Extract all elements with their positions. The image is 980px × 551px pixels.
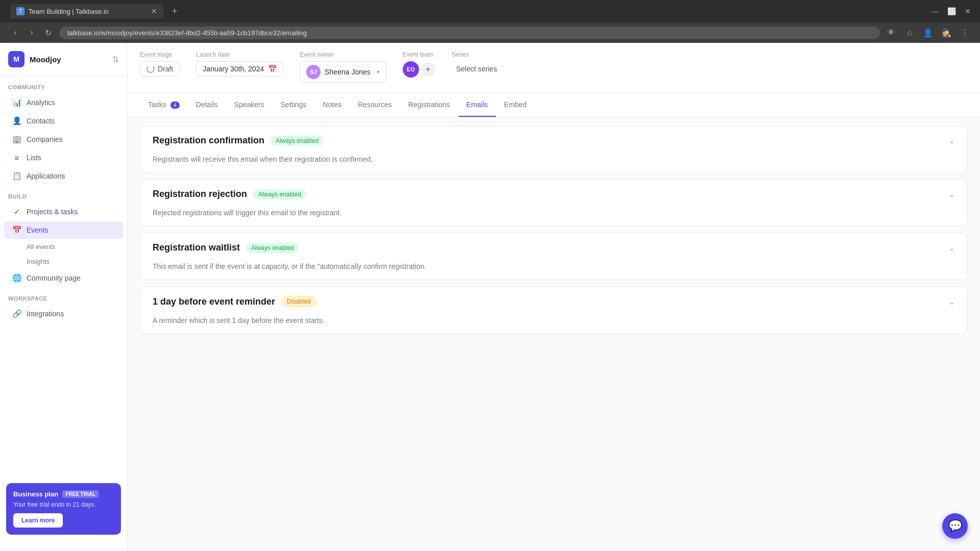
event-owner-value[interactable]: SJ Sheena Jones ▾ — [300, 61, 386, 83]
sidebar-item-contacts[interactable]: 👤 Contacts — [4, 112, 123, 130]
menu-icon[interactable]: ⋮ — [958, 26, 972, 40]
event-stage-label: Event stage — [140, 51, 180, 58]
org-name: Moodjoy — [30, 55, 61, 64]
event-owner-group: Event owner SJ Sheena Jones ▾ — [300, 51, 386, 83]
sidebar-item-projects[interactable]: ✓ Projects & tasks — [4, 203, 123, 220]
sidebar: M Moodjoy ⇅ COMMUNITY 📊 Analytics 👤 Cont… — [0, 43, 128, 551]
tab-notes[interactable]: Notes — [314, 93, 350, 117]
tab-tasks[interactable]: Tasks 4 — [140, 93, 188, 117]
business-plan-banner: Business plan FREE TRIAL Your free trial… — [6, 483, 121, 535]
add-team-member-button[interactable]: + — [421, 62, 435, 77]
series-label: Series — [452, 51, 502, 58]
email-section-1day-reminder: 1 day before event reminder Disabled ⌄ A… — [140, 286, 968, 334]
analytics-icon: 📊 — [12, 98, 21, 107]
insights-label: Insights — [27, 258, 50, 265]
tab-title: Team Building | Talkbase.io — [29, 8, 147, 15]
tab-details[interactable]: Details — [188, 93, 226, 117]
email-title-waitlist: Registration waitlist — [153, 242, 240, 253]
chevron-down-icon-reminder: ⌄ — [948, 297, 955, 307]
launch-date-group: Launch date January 30th, 2024 📅 — [196, 51, 283, 77]
sidebar-item-analytics[interactable]: 📊 Analytics — [4, 94, 123, 111]
sidebar-item-label-events: Events — [27, 226, 48, 234]
browser-chrome: T Team Building | Talkbase.io ✕ + — ⬜ ✕ — [0, 0, 980, 22]
community-section-label: COMMUNITY — [0, 76, 127, 93]
email-desc-confirmation: Registrants will receive this email when… — [140, 155, 967, 172]
maximize-button[interactable]: ⬜ — [945, 5, 958, 17]
draft-spinner-icon — [146, 65, 155, 73]
select-series-button[interactable]: Select series — [452, 61, 502, 77]
sidebar-item-integrations[interactable]: 🔗 Integrations — [4, 305, 123, 322]
stage-text: Draft — [158, 65, 173, 73]
tab-embed[interactable]: Embed — [496, 93, 535, 117]
address-bar: ‹ › ↻ 👁 ☆ 👤 🕵 ⋮ — [0, 22, 980, 43]
tab-resources[interactable]: Resources — [350, 93, 400, 117]
email-list: Registration confirmation Always enabled… — [128, 117, 980, 551]
email-title-confirmation: Registration confirmation — [153, 135, 264, 146]
event-team-label: Event team — [403, 51, 435, 58]
forward-button[interactable]: › — [24, 26, 39, 40]
back-button[interactable]: ‹ — [8, 26, 22, 40]
sidebar-sub-all-events[interactable]: All events — [4, 240, 123, 254]
email-title-row-rejection: Registration rejection Always enabled — [153, 189, 306, 199]
sidebar-item-label-companies: Companies — [27, 135, 63, 143]
date-text: January 30th, 2024 — [203, 65, 264, 73]
email-title-row-reminder: 1 day before event reminder Disabled — [153, 296, 316, 307]
companies-icon: 🏢 — [12, 135, 21, 144]
sidebar-item-lists[interactable]: ≡ Lists — [4, 149, 123, 166]
email-badge-waitlist: Always enabled — [246, 243, 299, 253]
sidebar-item-companies[interactable]: 🏢 Companies — [4, 131, 123, 148]
owner-avatar: SJ — [306, 65, 321, 79]
tab-speakers[interactable]: Speakers — [226, 93, 273, 117]
sidebar-item-community-page[interactable]: 🌐 Community page — [4, 269, 123, 287]
event-stage-value[interactable]: Draft — [140, 61, 180, 77]
email-section-registration-waitlist: Registration waitlist Always enabled ⌄ T… — [140, 233, 968, 280]
integrations-icon: 🔗 — [12, 309, 21, 318]
email-desc-waitlist: This email is sent if the event is at ca… — [140, 262, 967, 280]
launch-date-value[interactable]: January 30th, 2024 📅 — [196, 61, 283, 77]
banner-learn-more-button[interactable]: Learn more — [13, 513, 63, 528]
sidebar-header: M Moodjoy ⇅ — [0, 43, 127, 76]
event-meta: Event stage Draft Launch date January 30… — [140, 51, 968, 83]
banner-header: Business plan FREE TRIAL — [13, 490, 114, 498]
chevron-down-icon-waitlist: ⌄ — [948, 243, 955, 253]
tab-settings[interactable]: Settings — [273, 93, 315, 117]
email-badge-reminder: Disabled — [281, 296, 316, 307]
email-section-header-reminder[interactable]: 1 day before event reminder Disabled ⌄ — [140, 287, 967, 316]
email-section-header-rejection[interactable]: Registration rejection Always enabled ⌄ — [140, 180, 967, 209]
tasks-badge: 4 — [170, 102, 180, 109]
email-title-row-waitlist: Registration waitlist Always enabled — [153, 242, 299, 253]
close-button[interactable]: ✕ — [962, 5, 974, 17]
banner-trial-badge: FREE TRIAL — [62, 490, 99, 498]
chat-button[interactable]: 💬 — [942, 513, 968, 539]
active-tab[interactable]: T Team Building | Talkbase.io ✕ — [10, 4, 163, 18]
workspace-section-label: WORKSPACE — [0, 287, 127, 305]
profile-icon[interactable]: 👤 — [921, 26, 935, 40]
visibility-icon: 👁 — [884, 26, 898, 40]
reload-button[interactable]: ↻ — [41, 26, 55, 40]
projects-icon: ✓ — [12, 207, 21, 216]
bookmark-icon[interactable]: ☆ — [902, 26, 917, 40]
email-section-registration-rejection: Registration rejection Always enabled ⌄ … — [140, 179, 968, 227]
sidebar-item-events[interactable]: 📅 Events — [4, 221, 123, 239]
tab-emails[interactable]: Emails — [458, 93, 496, 117]
owner-chevron-icon: ▾ — [377, 68, 380, 76]
owner-name: Sheena Jones — [325, 68, 371, 76]
sidebar-item-label-analytics: Analytics — [27, 98, 55, 107]
sidebar-item-applications[interactable]: 📋 Applications — [4, 167, 123, 185]
expand-icon[interactable]: ⇅ — [112, 55, 119, 64]
event-team-group: Event team EO + — [403, 51, 435, 78]
url-bar[interactable] — [59, 27, 880, 39]
email-section-header-confirmation[interactable]: Registration confirmation Always enabled… — [140, 126, 967, 155]
email-section-header-waitlist[interactable]: Registration waitlist Always enabled ⌄ — [140, 233, 967, 262]
event-team-value: EO + — [403, 61, 435, 78]
launch-date-label: Launch date — [196, 51, 283, 58]
new-tab-button[interactable]: + — [167, 4, 182, 18]
banner-subtitle: Your free trial ends in 21 days. — [13, 501, 114, 508]
nav-buttons: ‹ › ↻ — [8, 26, 55, 40]
tab-registrations[interactable]: Registrations — [400, 93, 458, 117]
minimize-button[interactable]: — — [929, 5, 941, 17]
email-badge-confirmation: Always enabled — [271, 136, 324, 146]
banner-title: Business plan — [13, 490, 58, 498]
tab-close-button[interactable]: ✕ — [151, 7, 157, 15]
sidebar-sub-insights[interactable]: Insights — [4, 255, 123, 268]
